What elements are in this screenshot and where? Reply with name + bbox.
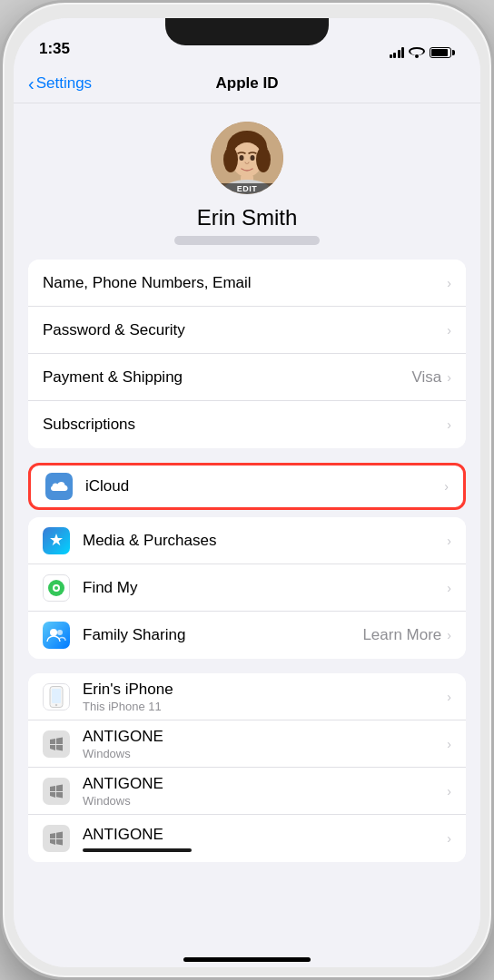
settings-item-icloud[interactable]: iCloud › [28, 463, 466, 510]
chevron-icon: › [447, 629, 451, 642]
chevron-icon: › [447, 418, 451, 431]
appstore-svg [47, 532, 65, 550]
content-area: EDIT Erin Smith Name, Phone Numbers, Ema… [14, 103, 480, 946]
device-sub-antigone-2: Windows [83, 794, 447, 808]
windows-svg-2 [48, 783, 64, 799]
back-label: Settings [36, 74, 92, 93]
avatar-container[interactable]: EDIT [211, 122, 283, 194]
settings-label-media: Media & Purchases [83, 532, 447, 550]
home-indicator [14, 946, 480, 967]
chevron-icon: › [447, 785, 451, 798]
home-bar-cutoff [83, 848, 192, 852]
home-bar [183, 957, 311, 962]
icloud-section: iCloud › [28, 463, 466, 510]
settings-label-name: Name, Phone Numbers, Email [43, 274, 447, 292]
settings-item-antigone-1[interactable]: ANTIGONE Windows › [28, 720, 466, 768]
settings-value-family: Learn More [362, 626, 441, 644]
chevron-icon: › [447, 534, 451, 547]
section-gap-2 [14, 659, 480, 673]
windows-icon-3 [43, 825, 70, 852]
settings-item-payment[interactable]: Payment & Shipping Visa › [28, 354, 466, 401]
chevron-icon: › [444, 480, 449, 493]
volume-down-button[interactable] [0, 307, 3, 361]
chevron-icon: › [447, 277, 451, 289]
device-sub-antigone-1: Windows [83, 747, 447, 760]
svg-point-16 [55, 703, 57, 705]
settings-label-findmy: Find My [83, 579, 447, 597]
settings-item-antigone-3[interactable]: ANTIGONE › [28, 815, 466, 862]
device-name-antigone-1: ANTIGONE [83, 727, 447, 747]
settings-label-family: Family Sharing [83, 626, 362, 644]
profile-name: Erin Smith [197, 205, 298, 230]
svg-point-7 [240, 155, 244, 161]
antigone-2-label-wrap: ANTIGONE Windows [83, 774, 447, 808]
settings-item-password[interactable]: Password & Security › [28, 307, 466, 354]
status-icons [390, 47, 456, 58]
antigone-1-label-wrap: ANTIGONE Windows [83, 727, 447, 760]
windows-svg-3 [48, 830, 64, 847]
appstore-icon [43, 527, 70, 554]
edit-label: EDIT [211, 183, 283, 194]
chevron-icon: › [447, 371, 451, 384]
chevron-icon: › [447, 832, 451, 845]
avatar[interactable]: EDIT [211, 122, 283, 194]
profile-email [174, 236, 320, 245]
svg-point-8 [251, 155, 255, 161]
profile-section: EDIT Erin Smith [14, 103, 480, 260]
settings-item-subscriptions[interactable]: Subscriptions › [28, 401, 466, 448]
settings-label-password: Password & Security [43, 321, 447, 339]
signal-icon [390, 47, 405, 58]
settings-item-antigone-2[interactable]: ANTIGONE Windows › [28, 768, 466, 815]
page-title: Apple ID [216, 74, 279, 93]
phone-screen: 1:35 ‹ Settings Apple ID [14, 18, 480, 967]
iphone-icon [43, 683, 70, 710]
settings-group-2: Media & Purchases › Find My › [28, 517, 466, 659]
chevron-icon: › [447, 324, 451, 337]
iphone-svg [49, 686, 64, 708]
icloud-icon [45, 473, 73, 500]
back-button[interactable]: ‹ Settings [28, 74, 92, 93]
phone-frame: 1:35 ‹ Settings Apple ID [0, 0, 494, 980]
chevron-icon: › [447, 582, 451, 594]
icloud-svg [49, 479, 69, 494]
wifi-icon [410, 47, 424, 58]
settings-group-devices: Erin's iPhone This iPhone 11 › [28, 673, 466, 862]
device-name-antigone-3: ANTIGONE [83, 825, 447, 845]
family-svg [46, 627, 66, 643]
svg-point-13 [57, 630, 63, 635]
settings-label-payment: Payment & Shipping [43, 368, 412, 387]
settings-label-icloud: iCloud [85, 477, 444, 495]
windows-svg-1 [48, 736, 64, 752]
iphone-label-wrap: Erin's iPhone This iPhone 11 [83, 680, 447, 713]
settings-item-name[interactable]: Name, Phone Numbers, Email › [28, 260, 466, 307]
settings-item-media[interactable]: Media & Purchases › [28, 517, 466, 564]
findmy-svg [47, 579, 65, 597]
family-icon [43, 622, 70, 649]
back-chevron-icon: ‹ [28, 74, 35, 93]
chevron-icon: › [447, 738, 451, 750]
chevron-icon: › [447, 691, 451, 703]
device-name-antigone-2: ANTIGONE [83, 774, 447, 794]
settings-item-findmy[interactable]: Find My › [28, 564, 466, 612]
settings-value-payment: Visa [412, 368, 442, 387]
svg-point-4 [256, 147, 271, 172]
settings-group-1: Name, Phone Numbers, Email › Password & … [28, 260, 466, 448]
navigation-bar: ‹ Settings Apple ID [14, 64, 480, 103]
battery-icon [430, 47, 455, 58]
mute-button[interactable] [0, 184, 3, 220]
svg-point-12 [50, 629, 57, 636]
device-sub-iphone: This iPhone 11 [83, 700, 447, 713]
settings-item-erins-iphone[interactable]: Erin's iPhone This iPhone 11 › [28, 673, 466, 720]
notch [165, 18, 329, 45]
svg-point-3 [223, 147, 238, 172]
settings-item-family[interactable]: Family Sharing Learn More › [28, 612, 466, 659]
device-name-iphone: Erin's iPhone [83, 680, 447, 700]
svg-rect-15 [52, 689, 61, 703]
section-gap-1 [14, 448, 480, 463]
status-time: 1:35 [39, 40, 70, 58]
findmy-icon [43, 574, 70, 602]
windows-icon-1 [43, 730, 70, 758]
antigone-3-label-wrap: ANTIGONE [83, 825, 447, 852]
svg-point-11 [54, 586, 58, 590]
volume-up-button[interactable] [0, 239, 3, 293]
